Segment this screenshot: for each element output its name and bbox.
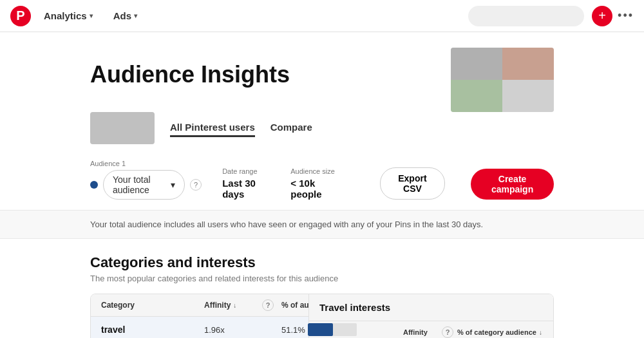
audience-size-value: < 10k people (290, 178, 338, 200)
header-img-cell-1 (451, 48, 502, 80)
category-affinity: 1.96x (204, 325, 262, 335)
header-img-cell-2 (502, 48, 554, 80)
tab-all-pinterest[interactable]: All Pinterest users (170, 119, 255, 137)
export-csv-button[interactable]: Export CSV (380, 167, 445, 200)
analytics-nav[interactable]: Analytics ▾ (39, 8, 98, 24)
audience-dot (90, 181, 98, 189)
category-row[interactable]: travel 1.96x 51.1% › (91, 317, 308, 338)
panel-th-percent: % of category audience ↓ (457, 326, 543, 338)
analytics-label: Analytics (44, 10, 87, 21)
panel-th-affinity: Affinity (403, 326, 442, 338)
categories-table: Category Affinity ↓ ? % of audience trav… (91, 294, 308, 338)
th-category: Category (101, 299, 204, 311)
categories-table-header: Category Affinity ↓ ? % of audience (91, 294, 308, 317)
nav-search-placeholder (468, 6, 584, 26)
audience-control: Audience 1 Your total audience ▾ ? (90, 160, 202, 200)
categories-subtitle: The most popular categories and related … (90, 274, 554, 283)
date-range-value: Last 30 days (222, 178, 270, 200)
top-nav: P Analytics ▾ Ads ▾ + ••• (0, 0, 644, 32)
page-header: Audience Insights All Pinterest users Co… (0, 32, 644, 149)
analytics-chevron-icon: ▾ (90, 12, 93, 19)
main-content: Categories and interests The most popula… (0, 239, 644, 338)
audience-chevron-icon: ▾ (171, 180, 175, 190)
nav-plus-button[interactable]: + (592, 6, 612, 26)
panel-header: Travel interests (309, 294, 553, 321)
audience-label: Audience 1 (90, 160, 202, 167)
create-campaign-button[interactable]: Create campaign (471, 169, 554, 200)
ads-label: Ads (113, 10, 131, 21)
audience-tabs: All Pinterest users Compare (90, 112, 554, 144)
date-range-label: Date range (222, 167, 270, 175)
header-img-cell-4 (502, 80, 554, 112)
page-title: Audience Insights (90, 61, 290, 88)
audience-size-label: Audience size (290, 167, 338, 175)
header-image (451, 48, 554, 112)
th-affinity[interactable]: Affinity ↓ (204, 299, 262, 311)
affinity-sort-icon: ↓ (233, 302, 236, 309)
audience-dropdown[interactable]: Your total audience ▾ (103, 170, 185, 200)
tab-compare[interactable]: Compare (270, 119, 312, 137)
ads-nav[interactable]: Ads ▾ (108, 8, 142, 24)
pinterest-logo[interactable]: P (10, 6, 31, 26)
category-bar-cell: 51.1% › (281, 323, 365, 336)
affinity-help-icon[interactable]: ? (262, 299, 274, 311)
info-bar-text: Your total audience includes all users w… (90, 220, 483, 229)
panel-th-help[interactable]: ? (442, 326, 457, 338)
panel-sort-icon: ↓ (539, 329, 542, 336)
category-percent: 51.1% (281, 325, 305, 335)
category-rows: travel 1.96x 51.1% › health 1.76x 42.1% … (91, 317, 308, 338)
info-bar: Your total audience includes all users w… (0, 210, 644, 239)
audience-size-control: Audience size < 10k people (290, 167, 338, 200)
table-panel-wrap: Category Affinity ↓ ? % of audience trav… (90, 294, 554, 338)
category-bar-fill (308, 323, 333, 336)
panel-affinity-help-icon[interactable]: ? (442, 326, 453, 338)
header-img-cell-3 (451, 80, 502, 112)
controls-row: Audience 1 Your total audience ▾ ? Date … (0, 149, 644, 210)
category-bar-bg (308, 323, 357, 336)
ads-chevron-icon: ▾ (134, 12, 137, 19)
categories-title: Categories and interests (90, 254, 554, 271)
tab-image-placeholder (90, 112, 155, 144)
panel-title: Travel interests (319, 302, 543, 313)
audience-select-value: Your total audience (113, 174, 166, 195)
audience-select-wrap: Your total audience ▾ ? (90, 170, 202, 200)
audience-help-icon[interactable]: ? (190, 179, 202, 191)
th-help[interactable]: ? (262, 299, 281, 311)
nav-more-button[interactable]: ••• (618, 9, 634, 23)
category-name: travel (101, 324, 204, 335)
date-range-control: Date range Last 30 days (222, 167, 270, 200)
